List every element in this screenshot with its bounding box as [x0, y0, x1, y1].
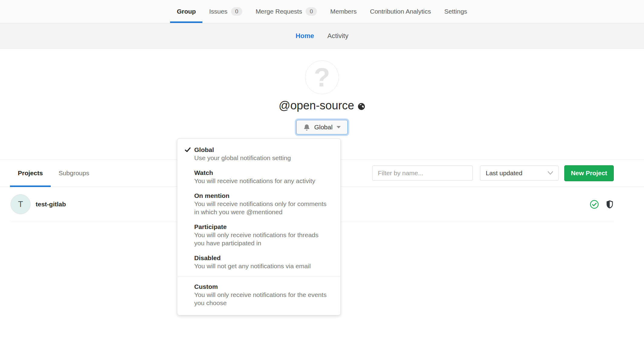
- active-tab-underline: [170, 21, 202, 23]
- sort-selected-value: Last updated: [486, 169, 522, 177]
- option-label: Watch: [194, 169, 330, 177]
- public-visibility-icon: [358, 102, 365, 109]
- notification-dropdown-button[interactable]: Global: [296, 120, 348, 134]
- filter-by-name-input[interactable]: [372, 166, 473, 181]
- group-name: @open-source: [279, 99, 354, 112]
- option-label: On mention: [194, 192, 330, 200]
- new-project-button[interactable]: New Project: [564, 165, 614, 181]
- group-sub-nav: Home Activity: [0, 23, 644, 49]
- option-description: Use your global notification setting: [194, 154, 330, 162]
- notification-option-global[interactable]: Global Use your global notification sett…: [177, 142, 340, 165]
- caret-down-icon: [336, 126, 341, 128]
- shield-icon: [606, 200, 614, 209]
- question-mark-avatar-glyph: ?: [314, 64, 330, 91]
- merge-requests-count-badge: 0: [306, 7, 317, 16]
- notification-option-custom[interactable]: Custom You will only receive notificatio…: [177, 279, 340, 310]
- checkmark-icon: [185, 147, 191, 154]
- subnav-tab-home[interactable]: Home: [296, 32, 314, 40]
- group-nav-bar: Group Issues 0 Merge Requests 0 Members …: [0, 0, 644, 23]
- notification-option-participate[interactable]: Participate You will only receive notifi…: [177, 219, 340, 250]
- tab-label: Projects: [18, 169, 43, 177]
- group-nav-items: Group Issues 0 Merge Requests 0 Members …: [170, 0, 474, 23]
- nav-tab-contribution-analytics[interactable]: Contribution Analytics: [363, 0, 438, 23]
- notification-level-label: Global: [314, 124, 333, 131]
- pipeline-status-passed-icon[interactable]: [590, 200, 599, 209]
- nav-tab-issues[interactable]: Issues 0: [202, 0, 249, 23]
- option-description: You will only receive notifications for …: [194, 231, 330, 247]
- dropdown-divider: [178, 276, 340, 276]
- notification-option-watch[interactable]: Watch You will receive notifications for…: [177, 165, 340, 188]
- bell-icon: [303, 124, 310, 131]
- option-description: You will receive notifications only for …: [194, 200, 330, 216]
- notification-dropdown-menu: Global Use your global notification sett…: [177, 138, 341, 315]
- nav-tab-label: Contribution Analytics: [370, 8, 431, 15]
- sort-dropdown[interactable]: Last updated: [480, 166, 559, 181]
- nav-tab-label: Members: [330, 8, 357, 15]
- option-label: Participate: [194, 223, 330, 231]
- active-tab-underline: [10, 186, 51, 187]
- project-name-link[interactable]: test-gitlab: [36, 201, 66, 208]
- tab-label: Subgroups: [59, 169, 89, 177]
- notification-option-on-mention[interactable]: On mention You will receive notification…: [177, 188, 340, 219]
- chevron-down-icon: [547, 171, 553, 175]
- option-label: Custom: [194, 282, 330, 291]
- option-description: You will only receive notifications for …: [194, 291, 330, 307]
- tab-projects[interactable]: Projects: [10, 160, 51, 187]
- project-row-icons: [590, 200, 614, 209]
- option-label: Global: [194, 146, 330, 154]
- group-title-row: @open-source: [0, 99, 644, 112]
- subnav-tab-activity[interactable]: Activity: [327, 32, 349, 40]
- nav-tab-label: Settings: [444, 8, 467, 15]
- nav-tab-merge-requests[interactable]: Merge Requests 0: [249, 0, 324, 23]
- option-description: You will not get any notifications via e…: [194, 262, 330, 270]
- project-avatar-initial: T: [18, 200, 23, 209]
- nav-tab-label: Merge Requests: [256, 8, 302, 15]
- nav-tab-group[interactable]: Group: [170, 0, 202, 23]
- nav-tab-label: Issues: [209, 8, 227, 15]
- tab-subgroups[interactable]: Subgroups: [51, 160, 97, 187]
- option-description: You will receive notifications for any a…: [194, 177, 330, 185]
- option-label: Disabled: [194, 254, 330, 262]
- issues-count-badge: 0: [231, 7, 242, 16]
- nav-tab-label: Group: [177, 8, 196, 15]
- project-avatar: T: [11, 194, 31, 214]
- nav-tab-settings[interactable]: Settings: [438, 0, 474, 23]
- notification-option-disabled[interactable]: Disabled You will not get any notificati…: [177, 250, 340, 273]
- group-avatar: ?: [305, 60, 339, 94]
- nav-tab-members[interactable]: Members: [324, 0, 363, 23]
